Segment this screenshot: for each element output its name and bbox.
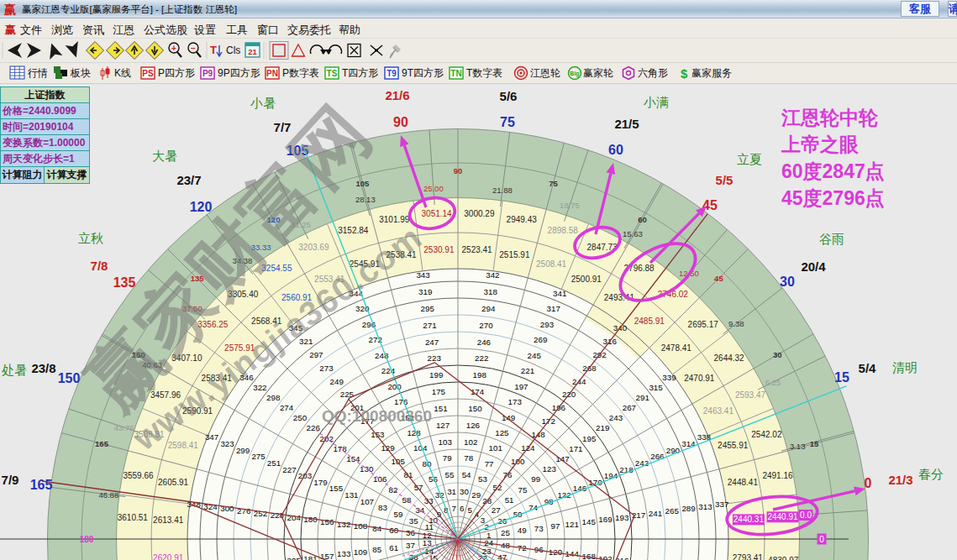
svg-text:105: 105 [392, 457, 406, 466]
svg-text:六角形: 六角形 [638, 67, 668, 79]
svg-text:252: 252 [254, 509, 267, 518]
svg-text:2500.91: 2500.91 [571, 275, 602, 284]
svg-text:2793.41: 2793.41 [733, 553, 764, 560]
svg-text:203: 203 [298, 471, 313, 480]
svg-text:赢家服务: 赢家服务 [691, 67, 732, 79]
svg-text:323: 323 [220, 439, 234, 448]
svg-text:7/9: 7/9 [2, 473, 19, 487]
svg-text:249: 249 [330, 377, 344, 386]
svg-text:3559.66: 3559.66 [123, 471, 154, 480]
svg-text:337: 337 [715, 500, 728, 509]
svg-text:275: 275 [251, 452, 266, 461]
svg-text:2598.41: 2598.41 [168, 441, 199, 450]
svg-text:290: 290 [666, 446, 681, 455]
svg-text:293: 293 [540, 320, 555, 329]
svg-text:193: 193 [615, 513, 629, 522]
svg-text:2695.17: 2695.17 [688, 320, 719, 329]
svg-text:265: 265 [665, 506, 680, 516]
svg-text:清明: 清明 [892, 360, 918, 374]
svg-text:97: 97 [551, 521, 560, 531]
svg-text:169: 169 [598, 515, 612, 524]
svg-text:大暑: 大暑 [152, 149, 177, 163]
svg-text:15.63: 15.63 [623, 229, 643, 238]
svg-text:江恩轮中轮: 江恩轮中轮 [781, 107, 879, 128]
svg-text:3000.29: 3000.29 [464, 209, 495, 218]
svg-text:−: − [191, 44, 196, 53]
svg-text:79: 79 [443, 453, 452, 463]
svg-text:251: 251 [267, 458, 281, 468]
svg-text:150: 150 [468, 404, 482, 413]
svg-text:83: 83 [378, 503, 387, 512]
svg-text:5/4: 5/4 [859, 361, 877, 375]
svg-text:6.25: 6.25 [765, 378, 781, 387]
svg-text:3203.69: 3203.69 [298, 243, 329, 252]
svg-text:小暑: 小暑 [250, 96, 276, 110]
svg-text:31: 31 [447, 487, 456, 496]
svg-text:299: 299 [236, 446, 250, 455]
svg-text:7/8: 7/8 [91, 259, 108, 273]
svg-text:107: 107 [360, 497, 374, 506]
svg-text:171: 171 [569, 444, 582, 453]
svg-text:P数字表: P数字表 [282, 67, 319, 79]
svg-text:2440.31: 2440.31 [734, 515, 765, 524]
svg-text:T: T [210, 44, 217, 56]
svg-text:2478.41: 2478.41 [661, 343, 692, 353]
svg-text:Cls: Cls [226, 44, 240, 56]
svg-text:145: 145 [582, 517, 597, 526]
svg-text:300: 300 [220, 504, 234, 513]
svg-text:165: 165 [95, 439, 109, 448]
svg-text:37: 37 [406, 541, 415, 550]
svg-text:319: 319 [418, 287, 432, 296]
svg-text:60度2847点: 60度2847点 [781, 160, 885, 182]
svg-text:198: 198 [473, 370, 487, 379]
svg-text:江恩轮: 江恩轮 [530, 67, 560, 79]
svg-text:85: 85 [372, 545, 381, 554]
svg-text:2605.91: 2605.91 [158, 478, 189, 487]
svg-text:226: 226 [307, 423, 321, 432]
svg-text:227: 227 [282, 465, 296, 474]
svg-text:53: 53 [478, 474, 487, 484]
svg-text:101: 101 [489, 443, 502, 453]
svg-text:7: 7 [451, 504, 455, 513]
svg-text:99: 99 [531, 474, 540, 484]
svg-text:0.0: 0.0 [800, 510, 812, 520]
svg-text:3051.14: 3051.14 [422, 209, 453, 218]
svg-text:297: 297 [309, 350, 323, 359]
svg-text:上帝之眼: 上帝之眼 [781, 133, 859, 155]
svg-text:49: 49 [518, 526, 527, 535]
svg-text:春分: 春分 [918, 467, 944, 481]
svg-text:60: 60 [638, 215, 647, 224]
svg-text:317: 317 [547, 304, 560, 313]
svg-text:30: 30 [780, 275, 795, 289]
svg-text:200: 200 [387, 382, 402, 391]
svg-text:2515.91: 2515.91 [499, 250, 530, 259]
svg-text:9T四方形: 9T四方形 [402, 67, 444, 79]
svg-text:3: 3 [481, 516, 486, 525]
svg-text:343: 343 [416, 270, 430, 280]
svg-text:266: 266 [650, 452, 665, 461]
svg-text:151: 151 [434, 404, 447, 413]
svg-text:342: 342 [486, 270, 499, 280]
svg-text:18.75: 18.75 [560, 201, 580, 210]
svg-text:82: 82 [389, 485, 398, 495]
svg-text:322: 322 [253, 383, 266, 392]
svg-text:199: 199 [429, 370, 443, 379]
svg-text:行情: 行情 [28, 67, 48, 79]
svg-text:21.88: 21.88 [492, 186, 513, 195]
svg-text:2440.91: 2440.91 [767, 512, 798, 521]
svg-text:313: 313 [698, 502, 712, 511]
svg-text:2470.91: 2470.91 [684, 374, 715, 383]
svg-text:289: 289 [681, 504, 695, 513]
svg-text:103: 103 [439, 437, 453, 447]
svg-text:347: 347 [205, 432, 218, 442]
svg-text:25.00: 25.00 [423, 184, 444, 193]
svg-text:149: 149 [502, 413, 515, 422]
svg-text:318: 318 [484, 287, 498, 296]
svg-text:TN: TN [450, 69, 461, 78]
svg-text:2593.47: 2593.47 [735, 390, 766, 400]
svg-text:$: $ [681, 66, 688, 81]
svg-text:35: 35 [409, 516, 418, 526]
svg-text:205: 205 [287, 556, 302, 560]
svg-text:195: 195 [582, 434, 597, 443]
svg-text:291: 291 [636, 393, 649, 402]
